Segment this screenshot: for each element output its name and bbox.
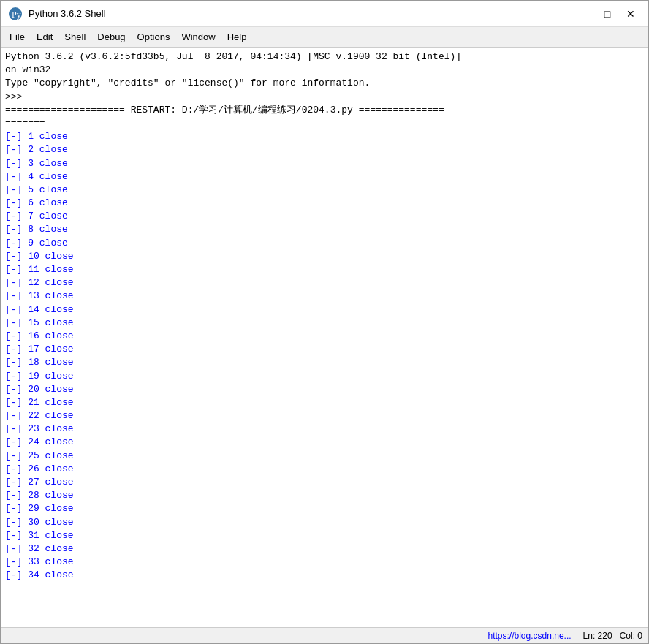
console-output[interactable]: Python 3.6.2 (v3.6.2:5fd33b5, Jul 8 2017… [1, 48, 648, 627]
console-header-line: Type "copyright", "credits" or "license(… [5, 77, 644, 90]
console-output-line: [-] 24 close [5, 436, 644, 449]
main-window: Py Python 3.6.2 Shell — □ ✕ File Edit Sh… [0, 0, 649, 644]
console-output-line: [-] 25 close [5, 450, 644, 463]
menu-options[interactable]: Options [132, 30, 176, 44]
console-output-line: [-] 14 close [5, 303, 644, 317]
title-bar-left: Py Python 3.6.2 Shell [8, 7, 106, 21]
status-bar: https://blog.csdn.ne... Ln: 220 Col: 0 [1, 627, 648, 643]
console-output-line: [-] 32 close [5, 542, 644, 556]
window-title: Python 3.6.2 Shell [29, 8, 106, 19]
console-output-line: [-] 18 close [5, 356, 644, 369]
console-output-line: [-] 29 close [5, 502, 644, 515]
console-header-line: ======= [5, 117, 644, 130]
console-output-line: [-] 23 close [5, 423, 644, 436]
menu-edit[interactable]: Edit [31, 30, 58, 44]
console-output-line: [-] 11 close [5, 263, 644, 276]
status-url: https://blog.csdn.ne... [488, 631, 572, 641]
console-output-line: [-] 3 close [5, 157, 644, 170]
python-app-icon: Py [8, 7, 23, 21]
console-header-line: on win32 [5, 64, 644, 77]
minimize-button[interactable]: — [574, 7, 594, 21]
console-area: Python 3.6.2 (v3.6.2:5fd33b5, Jul 8 2017… [1, 48, 648, 627]
menu-window[interactable]: Window [175, 30, 221, 44]
console-output-line: [-] 19 close [5, 370, 644, 383]
console-output-line: [-] 4 close [5, 170, 644, 183]
console-output-line: [-] 26 close [5, 463, 644, 476]
console-output-line: [-] 33 close [5, 556, 644, 569]
console-output-line: [-] 34 close [5, 569, 644, 582]
console-output-line: [-] 17 close [5, 343, 644, 356]
console-output-line: [-] 1 close [5, 130, 644, 143]
console-output-line: [-] 15 close [5, 317, 644, 330]
console-output-line: [-] 27 close [5, 476, 644, 489]
close-button[interactable]: ✕ [620, 7, 641, 21]
console-output-line: [-] 12 close [5, 276, 644, 289]
console-output-line: [-] 6 close [5, 197, 644, 210]
console-header-line: ===================== RESTART: D:/学习/计算机… [5, 104, 644, 117]
title-bar: Py Python 3.6.2 Shell — □ ✕ [1, 1, 648, 27]
menu-help[interactable]: Help [221, 30, 253, 44]
console-output-line: [-] 10 close [5, 250, 644, 263]
menu-shell[interactable]: Shell [58, 30, 91, 44]
console-header-line: Python 3.6.2 (v3.6.2:5fd33b5, Jul 8 2017… [5, 50, 644, 64]
title-bar-controls: — □ ✕ [574, 7, 641, 21]
console-output-line: [-] 22 close [5, 409, 644, 423]
console-output-line: [-] 20 close [5, 383, 644, 396]
console-output-line: [-] 31 close [5, 529, 644, 542]
maximize-button[interactable]: □ [597, 7, 618, 21]
svg-text:Py: Py [12, 10, 21, 20]
console-output-line: [-] 13 close [5, 289, 644, 303]
console-output-line: [-] 5 close [5, 183, 644, 197]
console-output-line: [-] 21 close [5, 396, 644, 409]
console-output-line: [-] 2 close [5, 143, 644, 156]
console-output-line: [-] 16 close [5, 330, 644, 343]
menu-file[interactable]: File [4, 30, 31, 44]
console-output-line: [-] 7 close [5, 210, 644, 223]
console-output-line: [-] 9 close [5, 237, 644, 250]
menu-debug[interactable]: Debug [91, 30, 131, 44]
console-output-line: [-] 30 close [5, 516, 644, 529]
menu-bar: File Edit Shell Debug Options Window Hel… [1, 27, 648, 48]
console-output-line: [-] 8 close [5, 223, 644, 236]
console-header-line: >>> [5, 91, 644, 104]
status-position: Ln: 220 Col: 0 [583, 631, 642, 641]
console-output-line: [-] 28 close [5, 489, 644, 502]
